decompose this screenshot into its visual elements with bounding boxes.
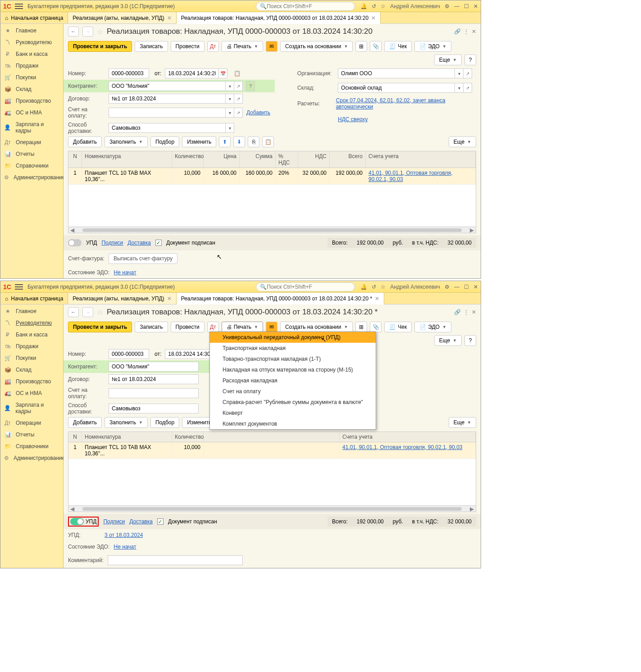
- sidebar-item[interactable]: 📁Справочники: [0, 160, 63, 172]
- close-icon[interactable]: ✕: [167, 295, 172, 302]
- close-icon[interactable]: ✕: [472, 309, 476, 315]
- menu-icon[interactable]: [15, 2, 23, 10]
- invoice-input[interactable]: [109, 388, 199, 398]
- mail-button[interactable]: ✉: [266, 322, 277, 332]
- minimize-icon[interactable]: —: [454, 3, 459, 9]
- contr-input[interactable]: [109, 81, 226, 91]
- tab-realization-doc[interactable]: Реализация товаров: Накладная, УПД 0000-…: [177, 293, 384, 304]
- upd-toggle[interactable]: [70, 518, 84, 525]
- add-link[interactable]: Добавить: [246, 109, 270, 116]
- sidebar-item[interactable]: 〽Руководителю: [0, 36, 63, 48]
- mail-button[interactable]: ✉: [266, 41, 277, 52]
- close-icon[interactable]: ✕: [375, 295, 379, 302]
- help-button[interactable]: ?: [464, 335, 476, 346]
- menu-icon[interactable]: [15, 283, 23, 291]
- check-button[interactable]: 🧾Чек: [384, 322, 412, 332]
- tab-realization-list[interactable]: Реализация (акты, накладные, УПД)✕: [68, 293, 176, 304]
- tab-home[interactable]: ⌂Начальная страница: [0, 293, 68, 304]
- close-window-icon[interactable]: ✕: [473, 3, 478, 9]
- sign-link[interactable]: Подписи: [101, 240, 123, 246]
- add-row-button[interactable]: Добавить: [68, 136, 102, 147]
- org-input[interactable]: [338, 68, 455, 78]
- global-search[interactable]: 🔍: [256, 2, 355, 11]
- number-input[interactable]: [109, 349, 149, 359]
- post-button[interactable]: Провести: [171, 322, 205, 332]
- settings-icon[interactable]: ⚙: [445, 284, 450, 290]
- fill-button[interactable]: Заполнить▼: [105, 136, 148, 147]
- menu-item[interactable]: Конверт: [210, 408, 376, 418]
- settings-icon[interactable]: ⚙: [445, 3, 450, 9]
- write-invoice-button[interactable]: Выписать счет-фактуру: [109, 253, 177, 264]
- kebab-icon[interactable]: ⋮: [464, 309, 469, 315]
- menu-item[interactable]: Товарно-транспортная накладная (1-Т): [210, 354, 376, 364]
- write-button[interactable]: Записать: [135, 322, 168, 332]
- open-icon[interactable]: ↗: [463, 68, 472, 78]
- sidebar-item[interactable]: ДтОперации: [0, 136, 63, 148]
- sidebar-item[interactable]: 🛍Продажи: [0, 60, 63, 72]
- help-button[interactable]: ?: [464, 54, 476, 65]
- dropdown-icon[interactable]: ▾: [455, 83, 464, 93]
- create-based-button[interactable]: Создать на основании▼: [280, 322, 353, 332]
- add-row-button[interactable]: Добавить: [68, 417, 102, 428]
- calc-link[interactable]: Срок 07.04.2024, 62.01, 62.02, зачет ава…: [336, 97, 476, 110]
- sidebar-item[interactable]: 🛍Продажи: [0, 341, 63, 352]
- back-button[interactable]: ←: [68, 307, 79, 317]
- more-button[interactable]: Еще▼: [449, 136, 476, 147]
- sidebar-item[interactable]: 👤Зарплата и кадры: [0, 118, 63, 136]
- delivery-input[interactable]: [109, 404, 199, 413]
- number-input[interactable]: [109, 68, 149, 78]
- sidebar-item[interactable]: 🛒Покупки: [0, 72, 63, 83]
- close-window-icon[interactable]: ✕: [473, 284, 478, 290]
- sidebar-item[interactable]: 📦Склад: [0, 364, 63, 376]
- history-icon[interactable]: ↺: [372, 284, 376, 290]
- link-icon[interactable]: 🔗: [454, 309, 461, 315]
- open-icon[interactable]: ↗: [234, 81, 243, 91]
- attach-button[interactable]: 📎: [370, 41, 382, 52]
- delivery-input[interactable]: [109, 123, 226, 133]
- print-button[interactable]: 🖨Печать▼: [222, 41, 263, 52]
- history-icon[interactable]: ↺: [372, 3, 376, 9]
- sidebar-item[interactable]: ★Главное: [0, 25, 63, 36]
- dropdown-icon[interactable]: ▾: [225, 81, 234, 91]
- search-input[interactable]: [267, 3, 351, 9]
- sidebar-item[interactable]: ⚙Администрирование: [0, 452, 63, 464]
- signed-checkbox[interactable]: ✓: [157, 518, 164, 525]
- sidebar-item[interactable]: ₽Банк и касса: [0, 48, 63, 60]
- menu-item[interactable]: Расходная накладная: [210, 375, 376, 386]
- open-icon[interactable]: ↗: [234, 94, 243, 104]
- create-based-button[interactable]: Создать на основании▼: [280, 41, 353, 52]
- user-name[interactable]: Андрей Алексеевич: [390, 284, 440, 290]
- table-row[interactable]: 1 Планшет TCL 10 TAB MAX 10,36"... 10,00…: [68, 442, 476, 459]
- back-button[interactable]: ←: [68, 27, 79, 36]
- invoice-input[interactable]: [109, 108, 226, 118]
- paste-button[interactable]: 📋: [262, 136, 274, 147]
- upd-toggle[interactable]: [68, 239, 82, 246]
- star-icon[interactable]: ☆: [381, 284, 386, 290]
- sidebar-item[interactable]: ⚙Администрирование: [0, 172, 63, 183]
- copy-button[interactable]: ⎘: [248, 136, 259, 147]
- structure-button[interactable]: ⊞: [355, 41, 367, 52]
- dt-kt-button[interactable]: Дт: [207, 41, 219, 52]
- bell-icon[interactable]: 🔔: [360, 3, 367, 9]
- accounts-link[interactable]: 41.01, 90.01.1, Оптовая торговля, 90.02.…: [368, 170, 452, 182]
- select-button[interactable]: Подбор: [150, 417, 179, 428]
- post-close-button[interactable]: Провести и закрыть: [68, 322, 132, 332]
- contr-input[interactable]: [109, 362, 199, 372]
- sidebar-item[interactable]: 🏭Производство: [0, 95, 63, 107]
- contract-input[interactable]: [109, 94, 226, 104]
- scrollbar[interactable]: ◀▶: [68, 505, 476, 512]
- date-input[interactable]: [165, 68, 219, 78]
- dt-kt-button[interactable]: Дт: [207, 322, 219, 332]
- more-button[interactable]: Еще▼: [434, 335, 462, 346]
- menu-item[interactable]: Комплект документов: [210, 418, 376, 429]
- sidebar-item[interactable]: 🛒Покупки: [0, 352, 63, 364]
- move-down-button[interactable]: ⬇: [233, 136, 245, 147]
- sidebar-item[interactable]: 🚛ОС и НМА: [0, 107, 63, 118]
- minimize-icon[interactable]: —: [454, 284, 459, 290]
- accounts-link[interactable]: 41.01, 90.01.1, Оптовая торговля, 90.02.…: [342, 444, 463, 450]
- sidebar-item[interactable]: 〽Руководителю: [0, 317, 63, 329]
- bell-icon[interactable]: 🔔: [360, 284, 367, 290]
- menu-item[interactable]: Справка-расчет "Рублевые суммы документа…: [210, 397, 376, 408]
- link-icon[interactable]: 🔗: [454, 28, 461, 35]
- sidebar-item[interactable]: 📁Справочники: [0, 440, 63, 452]
